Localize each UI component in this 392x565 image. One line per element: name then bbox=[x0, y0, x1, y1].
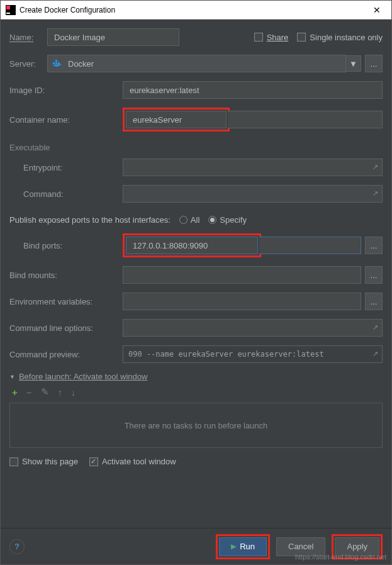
cmd-preview-value: 090 --name eurekaServer eurekaserver:lat… bbox=[128, 350, 324, 359]
dialog-window: Create Docker Configuration ✕ Name: Shar… bbox=[0, 0, 392, 565]
cmd-line-row: Command line options: ↗ bbox=[9, 319, 383, 337]
bind-ports-input-tail[interactable] bbox=[259, 237, 361, 254]
edit-task-icon[interactable]: ✎ bbox=[41, 386, 49, 398]
before-launch-section: ▼ Before launch: Activate tool window + … bbox=[9, 372, 383, 466]
container-name-row: Container name: bbox=[9, 108, 383, 131]
publish-specify-option[interactable]: Specify bbox=[208, 215, 247, 225]
dialog-body: Name: Share Single instance only Server: bbox=[1, 20, 391, 528]
cmd-preview-display: 090 --name eurekaServer eurekaserver:lat… bbox=[123, 345, 383, 363]
publish-specify-label: Specify bbox=[220, 215, 247, 225]
bind-ports-label: Bind ports: bbox=[9, 241, 123, 250]
name-label: Name: bbox=[9, 33, 47, 42]
publish-all-label: All bbox=[191, 215, 199, 225]
before-launch-header[interactable]: ▼ Before launch: Activate tool window bbox=[9, 372, 383, 381]
close-icon[interactable]: ✕ bbox=[367, 5, 386, 15]
titlebar: Create Docker Configuration ✕ bbox=[1, 1, 391, 20]
add-task-icon[interactable]: + bbox=[12, 387, 18, 398]
expand-icon[interactable]: ↗ bbox=[372, 323, 378, 332]
publish-ports-row: Publish exposed ports to the host interf… bbox=[9, 215, 383, 225]
window-title: Create Docker Configuration bbox=[20, 6, 367, 14]
image-id-row: Image ID: bbox=[9, 81, 383, 99]
server-dropdown[interactable]: Docker bbox=[47, 55, 346, 72]
name-input[interactable] bbox=[47, 28, 179, 46]
publish-label: Publish exposed ports to the host interf… bbox=[9, 215, 171, 225]
collapse-triangle-icon: ▼ bbox=[9, 374, 15, 380]
container-name-field[interactable] bbox=[132, 115, 221, 125]
task-list-empty: There are no tasks to run before launch bbox=[9, 403, 383, 448]
env-vars-field[interactable] bbox=[128, 296, 356, 307]
show-page-checkbox[interactable] bbox=[9, 457, 18, 466]
run-button[interactable]: ▶ Run bbox=[219, 537, 267, 556]
command-input[interactable]: ↗ bbox=[123, 185, 383, 203]
run-label: Run bbox=[240, 542, 255, 551]
entrypoint-label: Entrypoint: bbox=[9, 163, 123, 172]
name-field[interactable] bbox=[53, 32, 174, 43]
activate-tool-label: Activate tool window bbox=[102, 457, 176, 466]
bind-ports-row: Bind ports: ... bbox=[9, 233, 383, 257]
expand-icon[interactable]: ↗ bbox=[372, 350, 378, 358]
image-id-input[interactable] bbox=[123, 81, 383, 99]
publish-all-radio[interactable] bbox=[179, 216, 188, 224]
move-up-icon[interactable]: ↑ bbox=[58, 387, 63, 398]
activate-tool-checkbox[interactable] bbox=[89, 457, 98, 466]
entrypoint-field[interactable] bbox=[128, 162, 377, 173]
remove-task-icon[interactable]: − bbox=[26, 387, 32, 398]
env-vars-row: Environment variables: ... bbox=[9, 293, 383, 310]
name-row: Name: Share Single instance only bbox=[9, 28, 383, 46]
share-option[interactable]: Share bbox=[254, 33, 289, 42]
env-vars-browse-button[interactable]: ... bbox=[365, 293, 383, 310]
help-button[interactable]: ? bbox=[9, 539, 25, 554]
cmd-preview-label: Command preview: bbox=[9, 350, 123, 359]
bind-ports-input[interactable] bbox=[126, 237, 258, 254]
bind-ports-highlight bbox=[123, 233, 261, 257]
cancel-label: Cancel bbox=[288, 542, 313, 551]
dropdown-arrow-icon[interactable]: ▼ bbox=[346, 55, 361, 72]
env-vars-input[interactable] bbox=[123, 293, 361, 310]
single-instance-option[interactable]: Single instance only bbox=[297, 33, 383, 42]
publish-all-option[interactable]: All bbox=[179, 215, 199, 225]
server-row: Server: Docker ▼ ... bbox=[9, 55, 383, 72]
single-instance-checkbox[interactable] bbox=[297, 33, 306, 42]
share-checkbox[interactable] bbox=[254, 33, 263, 42]
docker-icon bbox=[53, 60, 63, 67]
cmd-line-label: Command line options: bbox=[9, 323, 123, 333]
cmd-preview-row: Command preview: 090 --name eurekaServer… bbox=[9, 345, 383, 363]
command-field[interactable] bbox=[128, 189, 377, 199]
server-browse-button[interactable]: ... bbox=[365, 55, 383, 72]
play-icon: ▶ bbox=[231, 542, 236, 551]
watermark: https://start-end.blog.csdn.net bbox=[295, 553, 386, 561]
entrypoint-row: Entrypoint: ↗ bbox=[9, 159, 383, 176]
command-label: Command: bbox=[9, 189, 123, 199]
server-value: Docker bbox=[68, 59, 94, 69]
executable-section-title: Executable bbox=[9, 143, 383, 152]
container-name-input-tail[interactable] bbox=[228, 111, 383, 128]
activate-tool-option[interactable]: Activate tool window bbox=[89, 457, 176, 466]
share-label: Share bbox=[267, 33, 289, 42]
image-id-label: Image ID: bbox=[9, 86, 123, 95]
svg-rect-5 bbox=[55, 60, 57, 62]
bind-mounts-field[interactable] bbox=[128, 270, 356, 281]
svg-rect-4 bbox=[55, 62, 57, 64]
bind-mounts-browse-button[interactable]: ... bbox=[365, 266, 383, 284]
expand-icon[interactable]: ↗ bbox=[372, 163, 378, 171]
move-down-icon[interactable]: ↓ bbox=[71, 387, 76, 398]
task-toolbar: + − ✎ ↑ ↓ bbox=[9, 386, 383, 398]
bind-ports-field[interactable] bbox=[132, 240, 252, 251]
bind-mounts-input[interactable] bbox=[123, 266, 361, 284]
expand-icon[interactable]: ↗ bbox=[372, 189, 378, 198]
bind-ports-browse-button[interactable]: ... bbox=[365, 237, 383, 254]
svg-rect-1 bbox=[6, 6, 10, 9]
cmd-line-input[interactable]: ↗ bbox=[123, 319, 383, 337]
show-page-option[interactable]: Show this page bbox=[9, 457, 78, 466]
entrypoint-input[interactable]: ↗ bbox=[123, 159, 383, 176]
single-instance-label: Single instance only bbox=[310, 33, 383, 42]
top-right-options: Share Single instance only bbox=[254, 33, 383, 42]
cmd-line-field[interactable] bbox=[128, 323, 377, 333]
image-id-field[interactable] bbox=[128, 85, 377, 96]
run-highlight: ▶ Run bbox=[216, 534, 270, 559]
container-name-input[interactable] bbox=[126, 111, 227, 128]
server-label: Server: bbox=[9, 59, 47, 69]
publish-specify-radio[interactable] bbox=[208, 216, 216, 224]
container-highlight bbox=[123, 108, 230, 131]
bind-mounts-label: Bind mounts: bbox=[9, 271, 123, 280]
